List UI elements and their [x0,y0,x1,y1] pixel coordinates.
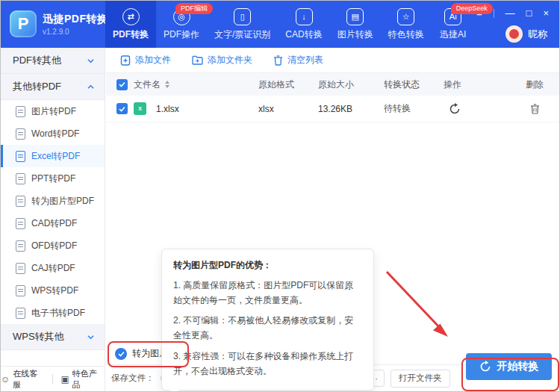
sidebar-item-excel-to-pdf[interactable]: Excel转PDF [1,145,105,167]
maximize-icon[interactable]: □ [526,7,532,19]
start-convert-button[interactable]: 开始转换 [466,353,552,380]
sidebar-item-ebook-to-pdf[interactable]: 电子书转PDF [1,302,105,324]
group-label: 其他转PDF [13,80,61,93]
support-label: 在线客服 [13,368,45,391]
col-delete: 删除 [526,78,559,91]
image-pdf-checkbox[interactable] [115,348,127,360]
tooltip-point: 1. 高质量保留原格式：图片型PDF可以保留原始文件的每一页，文件质量更高。 [173,279,362,308]
star-icon: ☆ [397,8,414,25]
clear-list-label: 清空列表 [287,54,323,66]
select-all-checkbox[interactable] [116,79,128,90]
online-support-button[interactable]: ☺ 在线客服 [1,368,45,391]
account-menu[interactable]: 昵称 [505,25,547,43]
minimize-icon[interactable]: — [505,7,515,19]
ebook-file-icon [16,308,25,319]
col-filename: 文件名 [134,78,161,91]
row-checkbox[interactable] [116,103,128,114]
tab-image-convert[interactable]: ▤ 图片转换 [330,1,381,48]
add-folder-button[interactable]: 添加文件夹 [192,54,252,66]
products-icon: ▣ [60,374,69,385]
featured-products-button[interactable]: ▣ 特色产品 [60,368,105,391]
divider [494,9,494,18]
tab-label: 图片转换 [337,28,373,41]
sidebar-group-other-to-pdf[interactable]: 其他转PDF [1,74,105,100]
app-window: P 迅捷PDF转换器 v1.2.9.0 ⇄ PDF转换 PDF编辑 ◎ PDF操… [0,0,560,392]
nickname-label: 昵称 [528,28,547,41]
file-size: 13.26KB [318,104,384,114]
sidebar-item-ofd-to-pdf[interactable]: OFD转PDF [1,234,105,257]
excel-file-icon [16,151,25,162]
convert-refresh-icon [479,361,491,373]
delete-row-icon[interactable] [530,104,540,114]
tab-pdf-convert[interactable]: ⇄ PDF转换 [105,1,156,48]
file-name: 1.xlsx [156,104,179,114]
sidebar-item-label: Word转PDF [31,128,79,140]
sidebar-item-label: PPT转PDF [31,172,75,185]
ocr-icon: ▯ [234,8,251,25]
sidebar-item-label: 转为图片型PDF [31,195,94,208]
xlsx-file-icon: X [134,102,146,115]
sidebar-item-image-to-pdf[interactable]: 图片转PDF [1,100,105,122]
tab-ai[interactable]: DeepSeek Ai 迅捷AI [432,1,475,48]
sidebar-spacer [1,350,105,366]
app-logo: P 迅捷PDF转换器 v1.2.9.0 [10,10,119,37]
products-label: 特色产品 [72,368,105,391]
check-icon [119,106,125,112]
sidebar-group-pdf-to-other[interactable]: PDF转其他 [1,48,105,74]
start-convert-label: 开始转换 [497,360,539,373]
sidebar-item-wps-to-pdf[interactable]: WPS转PDF [1,279,105,302]
clear-list-button[interactable]: 清空列表 [273,54,323,66]
header: P 迅捷PDF转换器 v1.2.9.0 ⇄ PDF转换 PDF编辑 ◎ PDF操… [1,1,559,48]
tooltip-title: 转为图片型PDF的优势： [173,258,362,273]
sidebar-item-word-to-pdf[interactable]: Word转PDF [1,122,105,145]
cad-icon: ↓ [296,8,313,25]
add-folder-label: 添加文件夹 [208,54,252,66]
table-row: X 1.xlsx xlsx 13.26KB 待转换 [106,96,559,122]
sidebar-group-wps-to-other[interactable]: WPS转其他 [1,324,105,350]
divider [52,374,53,384]
tab-cad-convert[interactable]: ↓ CAD转换 [278,1,329,48]
tab-label: 文字/票证识别 [214,28,270,41]
sidebar-item-label: CAD转PDF [31,217,77,230]
sidebar-item-label: 电子书转PDF [31,307,85,320]
tab-pdf-edit[interactable]: PDF编辑 ◎ PDF操作 [156,1,207,48]
caj-file-icon [16,263,25,274]
sidebar-item-cad-to-pdf[interactable]: CAD转PDF [1,212,105,234]
add-file-label: 添加文件 [135,54,171,66]
image-icon: ▤ [346,8,364,25]
tooltip-arrow [169,385,179,392]
tooltip-point: 3. 兼容性强：可以在多种设备和操作系统上打开，不会出现格式变动。 [173,349,362,379]
col-format: 原始格式 [258,78,318,91]
sort-icon[interactable] [165,81,169,88]
sidebar-item-label: Excel转PDF [31,150,80,163]
tab-label: 特色转换 [388,28,424,41]
tooltip-point: 2. 不可编辑：不易被他人轻易修改或复制，安全性更高。 [173,314,362,343]
check-icon [119,81,125,87]
close-icon[interactable]: × [543,7,549,19]
image-pdf-advantages-tooltip: 转为图片型PDF的优势： 1. 高质量保留原格式：图片型PDF可以保留原始文件的… [161,249,374,391]
add-folder-icon [192,55,203,65]
trash-icon [273,55,283,66]
sidebar-item-label: 图片转PDF [31,105,76,118]
chevron-down-icon [87,57,94,64]
image-file-icon [16,196,25,207]
file-format: xlsx [258,104,318,114]
header-tabs: ⇄ PDF转换 PDF编辑 ◎ PDF操作 ▯ 文字/票证识别 ↓ CAD转换 … [105,1,475,48]
open-folder-button[interactable]: 打开文件夹 [391,370,450,388]
image-file-icon [16,106,25,117]
add-file-button[interactable]: 添加文件 [120,54,171,66]
sidebar-item-ppt-to-pdf[interactable]: PPT转PDF [1,167,105,190]
tab-ocr[interactable]: ▯ 文字/票证识别 [207,1,278,48]
pdf-convert-icon: ⇄ [122,8,140,25]
tab-special-convert[interactable]: ☆ 特色转换 [381,1,432,48]
main-panel: 添加文件 添加文件夹 清空列表 文件名 原始格式 原始大小 [106,48,559,391]
convert-refresh-icon[interactable] [449,103,461,115]
sidebar-item-caj-to-pdf[interactable]: CAJ转PDF [1,257,105,279]
wps-file-icon [16,285,25,296]
sidebar-item-to-image-pdf[interactable]: 转为图片型PDF [1,190,105,212]
col-size: 原始大小 [318,78,384,91]
check-icon [118,351,125,357]
tab-label: 迅捷AI [440,28,466,41]
sidebar-item-label: WPS转PDF [31,284,78,297]
conversion-status: 待转换 [384,102,444,115]
